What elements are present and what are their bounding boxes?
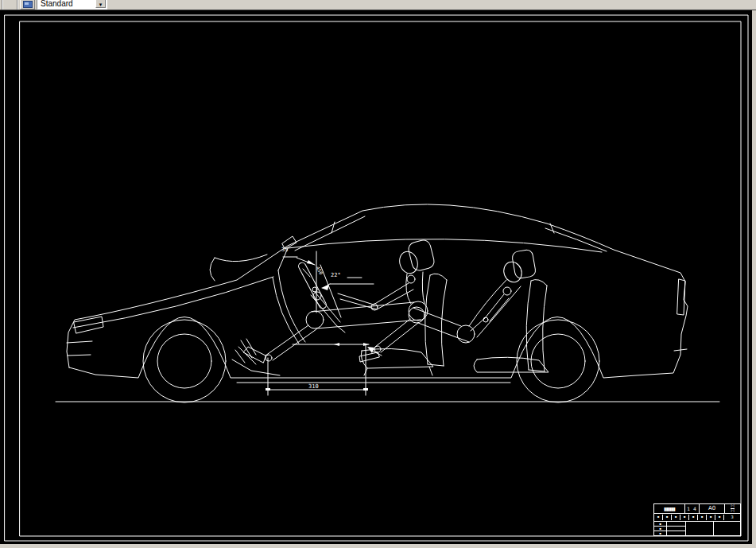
front-wheel — [143, 320, 226, 402]
app-window: Standard ▾ — [0, 0, 756, 548]
title-block-scale: 1 4 — [685, 504, 700, 513]
cowl — [273, 248, 305, 344]
driver-manikin — [243, 249, 428, 363]
dim-label-seat-travel: 310 — [308, 384, 319, 390]
title-block-signature-rows: ▪ ▪ ▪ — [654, 522, 686, 535]
title-block-cell: ▪ — [654, 531, 667, 535]
title-block-sheet-count: |–| |–| — [725, 504, 740, 513]
title-block-cell: ▪ — [672, 515, 680, 520]
title-block-cell: ▪ — [654, 515, 663, 520]
rear-glass-inner — [545, 228, 607, 251]
drawing-svg — [0, 10, 752, 544]
toolbar: Standard ▾ — [0, 0, 756, 10]
front-seat — [361, 239, 447, 375]
dim-label-steering-angle: 22° — [331, 273, 341, 278]
title-block: ▮▮▮▮▮▮ 1 4 A0 |–| |–| ▪ ▪ ▪ ▪ ▪ ▪ ▪ ▪ 3 — [653, 503, 741, 536]
toolbar-separator — [2, 0, 3, 10]
dim-label-seat-back-angle: 35 — [281, 247, 288, 253]
windshield-inner — [295, 216, 365, 251]
cad-app-icon — [23, 1, 33, 8]
title-block-cell: ▪ — [707, 515, 715, 520]
title-block-sheet-size: A0 — [700, 504, 725, 513]
title-block-sheet-count-row: |–| — [731, 509, 735, 513]
front-bumper — [67, 341, 92, 356]
title-block-empty-cell — [714, 522, 740, 535]
style-dropdown[interactable]: Standard ▾ — [37, 0, 107, 10]
toolbar-separator — [17, 0, 18, 10]
beltline — [288, 239, 602, 252]
rear-wheel — [517, 320, 599, 402]
title-block-drawing-name: ▮▮▮▮▮▮ — [654, 504, 685, 513]
wiper-area — [210, 255, 267, 281]
title-block-empty-cell — [686, 522, 714, 535]
title-block-cell: ▪ — [689, 515, 698, 520]
title-block-cell: ▪ — [680, 515, 689, 520]
title-block-sheet-no: 3 — [724, 515, 740, 520]
sheet-border — [5, 15, 748, 541]
chevron-down-icon[interactable]: ▾ — [95, 0, 106, 8]
style-dropdown-value: Standard — [41, 0, 73, 8]
title-block-cell: ▪ — [663, 515, 672, 520]
title-block-cell: ▪ — [715, 515, 724, 520]
cad-canvas[interactable]: 35 22° 450 310 ▮▮▮▮▮▮ 1 4 A0 |–| |–| ▪ ▪… — [0, 10, 752, 544]
rear-seat — [474, 249, 549, 372]
toolbar-app-button[interactable] — [20, 0, 35, 10]
title-block-cell: ▪ — [698, 515, 707, 520]
car-body — [67, 204, 688, 383]
pedal-assembly — [232, 339, 280, 375]
